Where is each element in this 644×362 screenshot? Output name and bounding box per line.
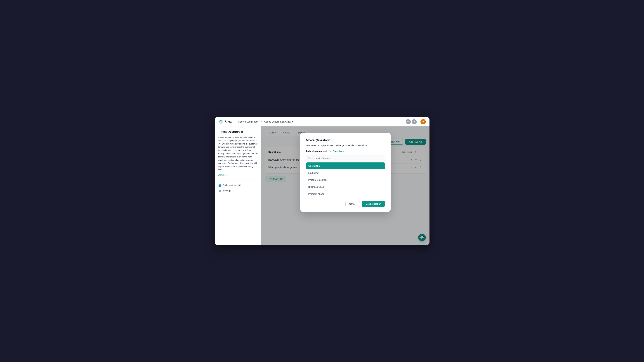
problem-statement-title: Problem Statement — [222, 130, 252, 133]
settings-icon: ⚙️ — [218, 189, 222, 192]
avatar-group: MV SM — [406, 119, 417, 124]
settings-label: Settings — [223, 190, 231, 192]
breadcrumb-sep-2: / — [261, 120, 262, 123]
target-matter-label: Operations — [333, 150, 344, 152]
svg-point-2 — [220, 120, 221, 121]
breadcrumb-general-workspace[interactable]: General Workspace — [238, 120, 258, 123]
modal-actions: Cancel Move Question — [306, 201, 385, 207]
cancel-button[interactable]: Cancel — [346, 201, 360, 207]
svg-point-0 — [219, 120, 223, 124]
collaborators-badge: 2 — [238, 184, 241, 186]
breadcrumb-sep-1: / — [235, 120, 236, 123]
sidebar-section: 👥 Collaborators 2 ⚙️ Settings — [218, 183, 258, 194]
collaborators-label: Collaborators — [223, 184, 236, 187]
matter-item-product-selection[interactable]: Product Selection — [306, 176, 385, 183]
content-area: Define Source Explore 0 / 21 Questions a… — [261, 126, 430, 245]
ritual-logo-icon — [218, 119, 224, 124]
arrow-icon: → — [329, 150, 331, 152]
chevron-down-icon: ▾ — [292, 120, 293, 123]
sidebar-item-collaborators[interactable]: 👥 Collaborators 2 — [218, 183, 258, 188]
matters-list: Operations Marketing Product Selection B… — [306, 162, 385, 197]
collaborators-icon: 👥 — [218, 184, 222, 187]
move-question-button[interactable]: Move Question — [362, 201, 385, 207]
header: Ritual / General Workspace / Coffee Subs… — [215, 117, 430, 126]
app-frame: Ritual / General Workspace / Coffee Subs… — [215, 117, 430, 245]
show-less-link[interactable]: Show Less — [218, 174, 228, 176]
current-user-avatar[interactable]: MV — [420, 119, 426, 124]
sidebar-item-settings[interactable]: ⚙️ Settings — [218, 188, 258, 194]
ps-expand-button[interactable]: › — [254, 129, 258, 134]
modal-question-text: How would our systems need to change to … — [306, 144, 385, 147]
modal-title: Move Question — [306, 138, 385, 142]
logo-text: Ritual — [225, 120, 232, 123]
problem-statement-text: We are trying to explore the potential o… — [218, 136, 258, 171]
problem-statement-icon: ◎ — [218, 130, 220, 133]
avatar-sm: SM — [412, 119, 417, 124]
logo-area: Ritual — [218, 119, 232, 124]
matter-item-marketing[interactable]: Marketing — [306, 169, 385, 176]
move-question-modal: Move Question How would our systems need… — [300, 133, 390, 212]
problem-statement-header: ◎ Problem Statement › — [218, 129, 258, 134]
breadcrumb-project[interactable]: Coffee Subscription Study ▾ — [264, 120, 293, 123]
modal-overlay: Move Question How would our systems need… — [261, 126, 430, 245]
move-path: Technology (current) → Operations — [306, 150, 385, 152]
matter-item-program-abuse[interactable]: Program Abuse — [306, 191, 385, 197]
avatar-mv: MV — [406, 119, 411, 124]
main-layout: ◎ Problem Statement › We are trying to e… — [215, 126, 430, 245]
matter-item-business-case[interactable]: Business Case — [306, 184, 385, 190]
matter-item-operations[interactable]: Operations — [306, 162, 385, 169]
sidebar: ◎ Problem Statement › We are trying to e… — [215, 126, 261, 245]
search-matter-input[interactable] — [306, 155, 385, 161]
current-matter-label: Technology (current) — [306, 150, 328, 152]
sidebar-divider — [218, 179, 258, 179]
